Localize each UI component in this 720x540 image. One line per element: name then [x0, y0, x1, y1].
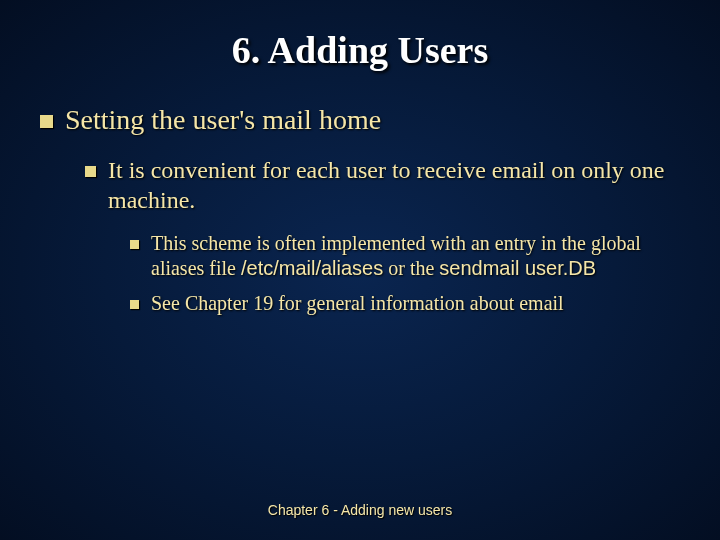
level1-text: Setting the user's mail home — [65, 102, 680, 137]
bullet-level3: See Chapter 19 for general information a… — [130, 291, 680, 316]
l3a-mid: or the — [383, 257, 439, 279]
square-bullet-icon — [130, 300, 139, 309]
bullet-level2: It is convenient for each user to receiv… — [85, 155, 680, 215]
level2-text: It is convenient for each user to receiv… — [108, 155, 680, 215]
level3b-text: See Chapter 19 for general information a… — [151, 291, 680, 316]
l3a-code2: sendmail user.DB — [439, 257, 596, 279]
square-bullet-icon — [130, 240, 139, 249]
square-bullet-icon — [85, 166, 96, 177]
level3a-text: This scheme is often implemented with an… — [151, 231, 680, 281]
l3a-code1: /etc/mail/aliases — [241, 257, 383, 279]
slide-footer: Chapter 6 - Adding new users — [0, 502, 720, 518]
bullet-level3: This scheme is often implemented with an… — [130, 231, 680, 281]
square-bullet-icon — [40, 115, 53, 128]
slide-title: 6. Adding Users — [40, 28, 680, 72]
bullet-level1: Setting the user's mail home — [40, 102, 680, 137]
slide: 6. Adding Users Setting the user's mail … — [0, 0, 720, 540]
